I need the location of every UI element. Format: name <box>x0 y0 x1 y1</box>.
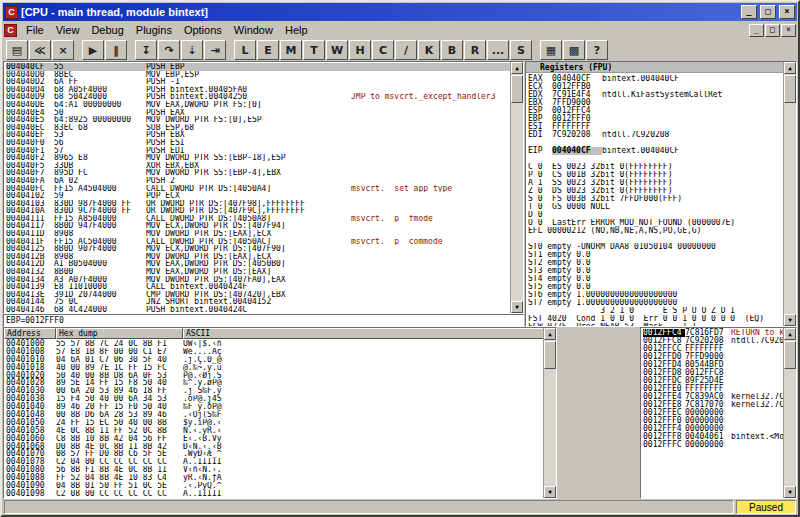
dump-row[interactable]: 00401058 4E 0C 8B 11 FF 52 0C 8B N.‹.ÿR.… <box>6 427 543 435</box>
disasm-row[interactable]: 004040EC 83EC 68 SUB ESP,68 <box>6 124 510 132</box>
letter-button-executables[interactable]: E <box>257 40 279 60</box>
fpu-register-line[interactable]: ST6 empty 1.0000000000000000000 <box>528 291 783 299</box>
maximize-button[interactable]: □ <box>760 5 776 19</box>
fpu-register-line[interactable]: ST5 empty 0.0 <box>528 283 783 291</box>
disasm-row[interactable]: 0040410A 830D 9C7F4000 FF OR DWORD PTR D… <box>6 207 510 215</box>
dump-row[interactable]: 00401050 24 FF 15 EC 50 40 00 8B $ÿ.ìP@.… <box>6 419 543 427</box>
menu-item[interactable]: Options <box>178 23 228 37</box>
registers-pane[interactable]: Registers (FPU) EAX 004040CF bintext.004… <box>525 61 797 327</box>
disasm-row[interactable]: 00404125 8B0D 907F4000 MOV ECX,DWORD PTR… <box>6 245 510 253</box>
disasm-row[interactable]: 004040FC FF15 A4504000 CALL DWORD PTR DS… <box>6 185 510 193</box>
scroll-down-icon[interactable]: ▼ <box>784 314 796 326</box>
mdi-close-button[interactable]: × <box>781 24 796 37</box>
trace-into-button[interactable]: ⇣ <box>181 40 203 60</box>
run-button[interactable]: ▶ <box>82 40 104 60</box>
scroll-thumb[interactable] <box>784 75 796 103</box>
dump-header-hex[interactable]: Hex dump <box>56 328 183 339</box>
open-file-button[interactable]: ▤ <box>6 40 28 60</box>
dump-row[interactable]: 00401038 15 F4 50 40 00 6A 34 53 .ôP@.j4… <box>6 395 543 403</box>
info-pane[interactable]: EBP=0012FFF0 <box>3 314 524 327</box>
letter-button-run-trace[interactable]: ... <box>487 40 509 60</box>
letter-button-memory[interactable]: M <box>280 40 302 60</box>
cpu-window-icon[interactable]: C <box>4 24 17 37</box>
fpu-register-line[interactable]: ST4 empty 0.0 <box>528 275 783 283</box>
scroll-up-icon[interactable]: ▲ <box>784 62 796 74</box>
close-program-button[interactable]: × <box>52 40 74 60</box>
trace-over-button[interactable]: ⇥ <box>204 40 226 60</box>
scroll-track[interactable] <box>784 340 796 486</box>
disasm-row[interactable]: 004040D9 68 50424000 PUSH bintext.004042… <box>6 93 510 101</box>
scroll-down-icon[interactable]: ▼ <box>544 486 556 498</box>
letter-button-cpu[interactable]: C <box>372 40 394 60</box>
letter-button-handles[interactable]: H <box>349 40 371 60</box>
menu-item[interactable]: View <box>50 23 86 37</box>
fpu-register-line[interactable]: ST1 empty 0.0 <box>528 251 783 259</box>
disasm-row[interactable]: 004040F2 8965 E8 MOV DWORD PTR SS:[EBP-1… <box>6 154 510 162</box>
scroll-track[interactable] <box>784 74 796 314</box>
disassembly-pane[interactable]: 004040CF 55 PUSH EBP 004040D0 8BEC MOV E… <box>3 61 524 314</box>
step-into-button[interactable]: ↧ <box>135 40 157 60</box>
disasm-row[interactable]: 004040F1 57 PUSH EDI <box>6 147 510 155</box>
letter-button-breakpoints[interactable]: B <box>441 40 463 60</box>
dump-row[interactable]: 00401080 56 8B F1 8B 4E 0C 8B 11 V‹ñ‹N.‹… <box>6 466 543 474</box>
dump-row[interactable]: 00401070 08 57 FF D0 8B C6 5F 5E .WÿÐ‹Æ_… <box>6 450 543 458</box>
dump-row[interactable]: 00401018 40 00 89 7E 1C FF 15 FC @.‰~.ÿ.… <box>6 364 543 372</box>
disasm-row[interactable]: 004040FA 6A 02 PUSH 2 <box>6 177 510 185</box>
scroll-up-icon[interactable]: ▲ <box>544 328 556 340</box>
flag-line[interactable]: S 0 FS 003B 32bit 7FFDF000(FFF) <box>528 195 783 203</box>
letter-button-windows[interactable]: W <box>326 40 348 60</box>
scroll-thumb[interactable] <box>784 341 796 369</box>
scroll-track[interactable] <box>511 74 523 301</box>
register-row[interactable]: EIP 004040CF bintext.004040CF <box>528 147 783 155</box>
scroll-up-icon[interactable]: ▲ <box>511 62 523 74</box>
disasm-row[interactable]: 004040D2 6A FF PUSH -1 <box>6 78 510 86</box>
disasm-row[interactable]: 00404103 830D 987F4000 FF OR DWORD PTR D… <box>6 200 510 208</box>
dump-row[interactable]: 00401098 C2 08 00 CC CC CC CC CC Â..ÌÌÌÌ… <box>6 490 543 498</box>
flag-line[interactable]: D 0 <box>528 211 783 219</box>
menu-item[interactable]: Debug <box>85 23 129 37</box>
dump-row[interactable]: 00401068 D0 8B 4E 0C 8B 11 8B 42 Ð‹N.‹.‹… <box>6 443 543 451</box>
disasm-row[interactable]: 004040E4 50 PUSH EAX <box>6 109 510 117</box>
disasm-row[interactable]: 00404132 8B00 MOV EAX,DWORD PTR DS:[EAX] <box>6 268 510 276</box>
disasm-row[interactable]: 00404139 E8 11010000 CALL bintext.004042… <box>6 283 510 291</box>
scroll-down-icon[interactable]: ▼ <box>784 486 796 498</box>
menu-item[interactable]: Plugins <box>130 23 178 37</box>
appearance-button[interactable]: ▩ <box>563 40 585 60</box>
flag-line[interactable]: Z 0 DS 0023 32bit 0(FFFFFFFF) <box>528 187 783 195</box>
fpu-register-line[interactable]: ST3 empty 0.0 <box>528 267 783 275</box>
disasm-row[interactable]: 004040F0 56 PUSH ESI <box>6 139 510 147</box>
flag-line[interactable]: P 0 CS 001B 32bit 0(FFFFFFFF) <box>528 171 783 179</box>
dump-row[interactable]: 00401030 00 6A 20 53 89 46 18 FF .j S‰F.… <box>6 387 543 395</box>
dump-row[interactable]: 00401028 89 5E 14 FF 15 F8 50 40 ‰^.ÿ.øP… <box>6 379 543 387</box>
disasm-row[interactable]: 004040DE 64:A1 00000000 MOV EAX,DWORD PT… <box>6 101 510 109</box>
dump-scrollbar[interactable]: ▲ ▼ <box>543 328 556 498</box>
disasm-row[interactable]: 00404117 8B0D 947F4000 MOV ECX,DWORD PTR… <box>6 222 510 230</box>
help-button[interactable]: ? <box>586 40 608 60</box>
registers-pane-title[interactable]: Registers (FPU) <box>526 62 783 73</box>
options-button[interactable]: ▦ <box>540 40 562 60</box>
dump-row[interactable]: 00401040 89 46 20 FF 15 F0 50 40 ‰F ÿ.ðP… <box>6 403 543 411</box>
scroll-thumb[interactable] <box>544 341 556 369</box>
disasm-row[interactable]: 0040413E 391D 20744000 CMP DWORD PTR DS:… <box>6 291 510 299</box>
dump-row[interactable]: 00401090 04 8B 01 50 FF 51 0C 5E .‹.PÿQ.… <box>6 482 543 490</box>
letter-button-source[interactable]: S <box>510 40 532 60</box>
scroll-down-icon[interactable]: ▼ <box>511 301 523 313</box>
dump-header-address[interactable]: Address <box>4 328 56 339</box>
disasm-row[interactable]: 004040F7 895D FC MOV DWORD PTR SS:[EBP-4… <box>6 169 510 177</box>
close-button[interactable]: × <box>779 5 795 19</box>
dump-row[interactable]: 00401088 FF 52 04 8B 4E 10 83 C4 ÿR.‹N.ƒ… <box>6 474 543 482</box>
registers-scrollbar[interactable]: ▲ ▼ <box>783 62 796 326</box>
scroll-up-icon[interactable]: ▲ <box>784 328 796 340</box>
dump-row[interactable]: 00401008 57 E8 1B 8F 00 00 C1 E7 Wè....Á… <box>6 348 543 356</box>
letter-button-references[interactable]: R <box>464 40 486 60</box>
disasm-row[interactable]: 00404146 68 4C424000 PUSH bintext.004042… <box>6 306 510 313</box>
disasm-row[interactable]: 004040D0 8BEC MOV EBP,ESP <box>6 71 510 79</box>
mdi-restore-button[interactable]: □ <box>765 24 780 37</box>
disasm-row[interactable]: 004040F5 33DB XOR EBX,EBX <box>6 162 510 170</box>
dump-row[interactable]: 00401010 04 6A 01 C7 06 30 5F 40 .j.Ç.0_… <box>6 356 543 364</box>
stack-row[interactable]: 0012FFFC 00000000 <box>643 441 783 449</box>
menu-item[interactable]: File <box>20 23 50 37</box>
disasm-row[interactable]: 00404144 75 0C JNZ SHORT bintext.0040415… <box>6 298 510 306</box>
disasm-row[interactable]: 004040CF 55 PUSH EBP <box>6 63 510 71</box>
scroll-thumb[interactable] <box>511 75 523 103</box>
